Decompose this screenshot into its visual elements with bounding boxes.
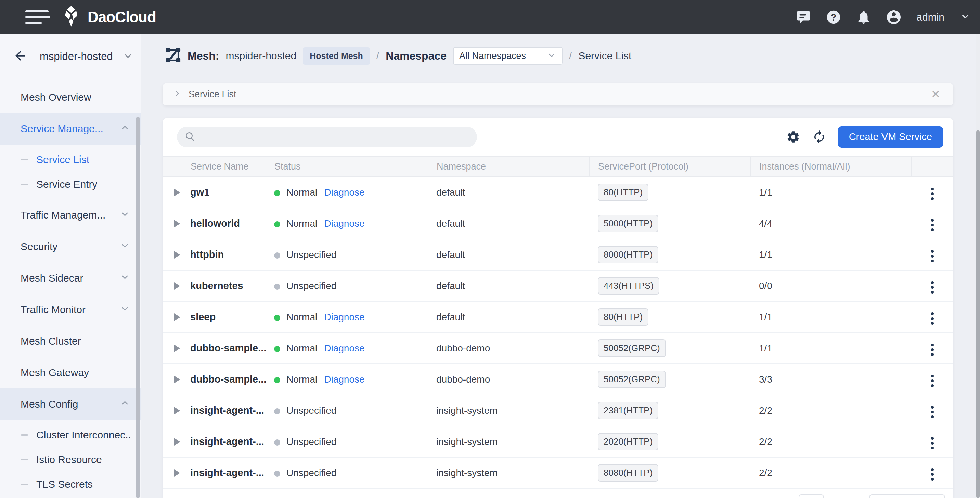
kebab-menu-icon[interactable] <box>928 278 937 296</box>
instances-cell: 2/2 <box>751 426 911 457</box>
sidebar-item-istio-resource[interactable]: Istio Resource <box>0 447 141 472</box>
pagination-controls: 1 / 7 10 per page <box>780 494 945 498</box>
port-chip: 50052(GRPC) <box>598 339 666 357</box>
breadcrumb-separator: / <box>569 50 572 62</box>
sidebar-item-service-list[interactable]: Service List <box>0 147 141 172</box>
chevron-right-icon[interactable] <box>173 89 182 99</box>
notification-icon[interactable] <box>856 9 872 26</box>
expand-row-icon[interactable] <box>174 251 180 259</box>
namespace-cell: dubbo-demo <box>428 332 590 364</box>
kebab-menu-icon[interactable] <box>928 185 937 203</box>
refresh-icon[interactable] <box>812 130 826 144</box>
kebab-menu-icon[interactable] <box>928 341 937 359</box>
kebab-menu-icon[interactable] <box>928 216 937 234</box>
status-text: Normal <box>286 374 317 385</box>
expand-row-icon[interactable] <box>174 189 180 196</box>
expand-row-icon[interactable] <box>174 282 180 290</box>
expand-row-icon[interactable] <box>174 313 180 321</box>
settings-icon[interactable] <box>786 130 800 144</box>
page-scrollbar[interactable] <box>976 34 980 498</box>
daocloud-logo-icon <box>61 5 81 29</box>
kebab-menu-icon[interactable] <box>928 434 937 452</box>
chevron-down-icon[interactable] <box>960 11 970 23</box>
expand-row-icon[interactable] <box>174 345 180 352</box>
page-scrollbar-thumb[interactable] <box>976 130 980 498</box>
expand-row-icon[interactable] <box>174 376 180 383</box>
instances-cell: 1/1 <box>751 302 911 332</box>
toolbar-actions: Create VM Service <box>786 126 943 148</box>
sidebar-item-mesh-config[interactable]: Mesh Config <box>0 388 141 420</box>
col-status: Status <box>266 156 428 177</box>
per-page-select[interactable]: 10 per page <box>869 494 945 498</box>
help-icon[interactable]: ? <box>825 9 842 26</box>
status-dot <box>274 346 280 352</box>
breadcrumb: Mesh: mspider-hosted Hosted Mesh / Names… <box>162 34 953 77</box>
sidebar-item-mesh-gateway[interactable]: Mesh Gateway <box>0 357 141 388</box>
expand-row-icon[interactable] <box>174 220 180 227</box>
avatar[interactable] <box>886 9 902 26</box>
search-box[interactable] <box>177 127 477 147</box>
sidebar-item-service-entry[interactable]: Service Entry <box>0 172 141 196</box>
sidebar-item-mesh-overview[interactable]: Mesh Overview <box>0 81 141 113</box>
page-number-input[interactable]: 1 <box>799 494 824 498</box>
sidebar-item-service-manage[interactable]: Service Manage... <box>0 113 141 145</box>
kebab-menu-icon[interactable] <box>928 247 937 265</box>
port-chip: 5000(HTTP) <box>598 215 659 232</box>
kebab-menu-icon[interactable] <box>928 310 937 327</box>
chevron-down-icon <box>120 241 130 253</box>
diagnose-link[interactable]: Diagnose <box>324 187 364 198</box>
mesh-switcher: mspider-hosted <box>0 34 141 79</box>
sidebar-item-mesh-sidecar[interactable]: Mesh Sidecar <box>0 262 141 294</box>
search-input[interactable] <box>200 131 474 142</box>
diagnose-link[interactable]: Diagnose <box>324 218 364 229</box>
back-arrow-icon[interactable] <box>13 49 27 64</box>
service-name: kubernetes <box>190 280 243 292</box>
sidebar-item-mesh-cluster[interactable]: Mesh Cluster <box>0 326 141 357</box>
search-icon <box>185 131 196 143</box>
message-icon[interactable] <box>795 9 811 26</box>
status-dot <box>274 408 280 415</box>
chevron-down-icon <box>547 50 556 61</box>
status-text: Normal <box>286 343 317 353</box>
status-dot <box>274 190 280 196</box>
sidebar-item-tls-secrets[interactable]: TLS Secrets <box>0 472 141 496</box>
status-text: Unspecified <box>286 249 336 260</box>
namespace-select[interactable]: All Namespaces <box>453 47 563 65</box>
chevron-down-icon[interactable] <box>123 51 133 62</box>
expand-row-icon[interactable] <box>174 407 180 415</box>
service-list-panel[interactable]: Service List ✕ <box>162 83 953 105</box>
kebab-menu-icon[interactable] <box>928 466 937 483</box>
col-serviceport: ServicePort (Protocol) <box>590 156 751 177</box>
username[interactable]: admin <box>916 11 944 23</box>
col-service-name: Service Name <box>162 156 266 177</box>
create-vm-service-button[interactable]: Create VM Service <box>838 126 943 148</box>
expand-row-icon[interactable] <box>174 469 180 477</box>
diagnose-link[interactable]: Diagnose <box>324 312 364 322</box>
menu-icon[interactable] <box>25 10 51 24</box>
port-chip: 2020(HTTP) <box>598 433 659 450</box>
kebab-menu-icon[interactable] <box>928 403 937 421</box>
table-row: insight-agent-... Unspecified insight-sy… <box>162 426 953 457</box>
service-name: dubbo-sample... <box>190 343 266 354</box>
sidebar-scrollbar[interactable] <box>135 117 140 498</box>
sidebar-item-traffic-managem[interactable]: Traffic Managem... <box>0 200 141 231</box>
chevron-down-icon <box>120 304 130 316</box>
status-dot <box>274 221 280 227</box>
status-dot <box>274 252 280 259</box>
sidebar-item-cluster-interconnec[interactable]: Cluster Interconnec... <box>0 423 141 447</box>
kebab-menu-icon[interactable] <box>928 372 937 390</box>
close-icon[interactable]: ✕ <box>931 89 940 100</box>
expand-row-icon[interactable] <box>174 438 180 445</box>
diagnose-link[interactable]: Diagnose <box>324 343 364 353</box>
pagination: Total 62 records 1 / 7 10 per page <box>162 489 953 498</box>
sidebar-item-security[interactable]: Security <box>0 231 141 262</box>
mesh-switcher-name[interactable]: mspider-hosted <box>40 50 123 63</box>
dash-icon <box>21 484 28 485</box>
mesh-name: mspider-hosted <box>226 50 296 62</box>
diagnose-link[interactable]: Diagnose <box>324 374 364 385</box>
table-toolbar: Create VM Service <box>162 118 953 156</box>
sidebar-item-traffic-monitor[interactable]: Traffic Monitor <box>0 294 141 326</box>
port-chip: 2381(HTTP) <box>598 402 659 419</box>
dash-icon <box>21 184 28 185</box>
table-row: httpbin Unspecified default 8000(HTTP) 1… <box>162 239 953 270</box>
